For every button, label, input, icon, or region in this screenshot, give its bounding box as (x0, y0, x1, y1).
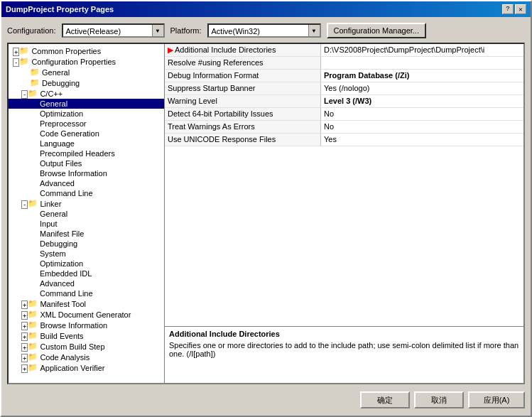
tree-item-linker-input[interactable]: Input (9, 219, 164, 229)
tree-item-icon: 📁 (28, 342, 38, 351)
props-row[interactable]: ▶Additional Include DirectoriesD:\VS2008… (165, 44, 523, 57)
props-row[interactable]: Suppress Startup BannerYes (/nologo) (165, 82, 523, 95)
tree-item-custom-build[interactable]: +📁Custom Build Step (9, 341, 164, 352)
tree-item-general[interactable]: 📁General (9, 67, 164, 77)
tree-item-linker[interactable]: -📁Linker (9, 198, 164, 209)
config-label: Configuration: (7, 26, 56, 35)
tree-item-cpp[interactable]: -📁C/C++ (9, 88, 164, 99)
close-button[interactable]: ✕ (515, 4, 526, 14)
tree-panel[interactable]: +📁Common Properties-📁Configuration Prope… (9, 44, 165, 383)
tree-item-icon: 📁 (28, 310, 38, 319)
props-row[interactable]: Warning LevelLevel 3 (/W3) (165, 95, 523, 108)
tree-item-language[interactable]: Language (9, 139, 164, 148)
tree-expander: + (21, 321, 28, 330)
tree-expander: - (21, 200, 28, 208)
tree-item-linker-advanced[interactable]: Advanced (9, 278, 164, 288)
tree-item-label: General (40, 210, 67, 218)
platform-select[interactable]: Active(Win32) ▼ (207, 23, 321, 38)
tree-item-optimization[interactable]: Optimization (9, 109, 164, 119)
tree-item-xml-doc[interactable]: +📁XML Document Generator (9, 309, 164, 320)
tree-item-label: Input (40, 220, 57, 228)
tree-item-label: Build Events (40, 332, 83, 340)
description-panel: Additional Include Directories Specifies… (165, 326, 523, 383)
tree-item-label: Browse Information (40, 169, 107, 178)
cancel-button[interactable]: 取消 (414, 391, 464, 408)
props-row[interactable]: Treat Warnings As ErrorsNo (165, 121, 523, 134)
bottom-buttons: 确定 取消 应用(A) (7, 389, 525, 410)
tree-item-linker-manifest[interactable]: Manifest File (9, 229, 164, 239)
tree-item-label: General (40, 99, 67, 108)
tree-item-linker-embedded[interactable]: Embedded IDL (9, 269, 164, 278)
tree-item-label: Code Generation (40, 129, 99, 138)
tree-item-label: Optimization (40, 259, 83, 268)
props-row[interactable]: Use UNICODE Response FilesYes (165, 134, 523, 146)
help-button[interactable]: ? (502, 4, 514, 14)
tree-item-output-files[interactable]: Output Files (9, 158, 164, 168)
platform-label: Platform: (170, 26, 202, 35)
tree-expander (21, 79, 30, 87)
tree-expander (21, 68, 30, 77)
tree-item-label: Advanced (40, 179, 75, 188)
main-content: +📁Common Properties-📁Configuration Prope… (7, 43, 525, 384)
tree-item-manifest-tool[interactable]: +📁Manifest Tool (9, 298, 164, 309)
tree-item-label: Configuration Properties (31, 58, 116, 66)
props-row[interactable]: Debug Information FormatProgram Database… (165, 70, 523, 82)
tree-item-browse-info[interactable]: Browse Information (9, 168, 164, 178)
tree-expander: - (21, 90, 28, 98)
tree-expander: + (21, 364, 28, 372)
tree-item-general2[interactable]: General (9, 99, 164, 109)
config-select-value: Active(Release) (63, 25, 152, 36)
tree-item-label: Manifest File (40, 229, 84, 238)
tree-item-linker-system[interactable]: System (9, 249, 164, 259)
platform-dropdown-arrow[interactable]: ▼ (308, 25, 320, 36)
props-row[interactable]: Detect 64-bit Portability IssuesNo (165, 108, 523, 121)
tree-item-browse-info2[interactable]: +📁Browse Information (9, 320, 164, 330)
tree-item-icon: 📁 (28, 331, 38, 340)
tree-item-linker-general[interactable]: General (9, 209, 164, 219)
description-title: Additional Include Directories (169, 330, 519, 338)
tree-item-label: C/C++ (40, 90, 63, 98)
tree-item-linker-cmd[interactable]: Command Line (9, 288, 164, 298)
ok-button[interactable]: 确定 (360, 391, 410, 408)
config-select[interactable]: Active(Release) ▼ (62, 23, 165, 38)
tree-item-label: General (42, 68, 70, 77)
tree-item-linker-debug[interactable]: Debugging (9, 239, 164, 249)
tree-item-label: System (40, 249, 66, 258)
props-row[interactable]: Resolve #using References (165, 57, 523, 70)
tree-expander: + (21, 300, 28, 308)
tree-item-advanced[interactable]: Advanced (9, 178, 164, 188)
tree-item-command-line[interactable]: Command Line (9, 188, 164, 198)
tree-item-common-props[interactable]: +📁Common Properties (9, 45, 164, 56)
props-key: Detect 64-bit Portability Issues (165, 108, 321, 120)
tree-item-app-verifier[interactable]: +📁Application Verifier (9, 362, 164, 373)
tree-item-label: Code Analysis (40, 353, 89, 362)
tree-item-label: Custom Build Step (40, 342, 104, 351)
props-value: Program Database (/Zi) (321, 70, 523, 82)
config-dropdown-arrow[interactable]: ▼ (152, 25, 163, 36)
tree-item-label: Debugging (42, 79, 80, 87)
tree-item-preprocessor[interactable]: Preprocessor (9, 119, 164, 129)
tree-expander: + (13, 47, 19, 55)
tree-item-code-analysis[interactable]: +📁Code Analysis (9, 352, 164, 362)
tree-item-code-gen[interactable]: Code Generation (9, 129, 164, 139)
props-key: Warning Level (165, 95, 321, 107)
tree-item-config-props[interactable]: -📁Configuration Properties (9, 56, 164, 67)
tree-item-linker-opt[interactable]: Optimization (9, 259, 164, 269)
tree-item-icon: 📁 (30, 67, 40, 77)
props-key: Resolve #using References (165, 57, 321, 69)
platform-select-value: Active(Win32) (209, 25, 308, 36)
tree-item-precompiled[interactable]: Precompiled Headers (9, 148, 164, 158)
config-manager-button[interactable]: Configuration Manager... (327, 23, 426, 38)
tree-item-icon: 📁 (30, 78, 40, 87)
tree-item-label: Common Properties (31, 47, 101, 55)
apply-button[interactable]: 应用(A) (468, 391, 525, 408)
tree-item-label: Command Line (40, 189, 93, 197)
tree-item-label: Precompiled Headers (40, 149, 115, 158)
tree-item-debugging[interactable]: 📁Debugging (9, 77, 164, 88)
props-key: Use UNICODE Response Files (165, 134, 321, 146)
title-bar: DumpProject Property Pages ? ✕ (1, 1, 531, 17)
tree-expander: - (13, 58, 19, 66)
tree-item-icon: 📁 (28, 299, 38, 308)
tree-item-build-events[interactable]: +📁Build Events (9, 330, 164, 341)
main-window: DumpProject Property Pages ? ✕ Configura… (0, 0, 532, 417)
